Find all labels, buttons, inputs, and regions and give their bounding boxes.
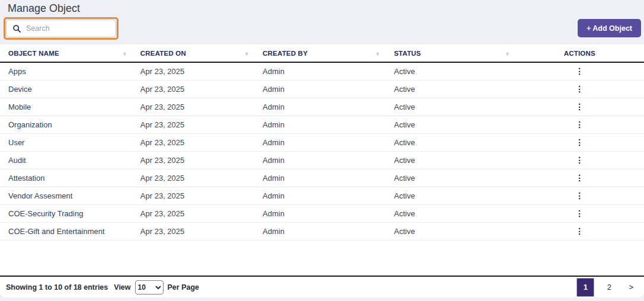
cell-object-name: User — [0, 133, 132, 151]
cell-status: Active — [385, 204, 515, 222]
cell-created-by: Admin — [254, 80, 385, 98]
cell-object-name: COE-Security Trading — [0, 204, 132, 222]
cell-created-on: Apr 23, 2025 — [132, 98, 255, 116]
cell-actions: ⋮ — [515, 98, 644, 116]
cell-status: Active — [385, 187, 515, 204]
cell-object-name: COE-Gift and Entertainment — [0, 222, 132, 240]
table-header-row: OBJECT NAME ◆ CREATED ON ◆ CREATED BY ◆ … — [0, 44, 644, 62]
cell-status: Active — [385, 133, 515, 151]
row-actions-kebab-icon[interactable]: ⋮ — [575, 191, 584, 200]
sort-icon: ◆ — [376, 50, 380, 56]
per-page-select[interactable]: 10 — [135, 280, 164, 294]
cell-created-on: Apr 23, 2025 — [132, 133, 255, 151]
add-object-button[interactable]: + Add Object — [578, 19, 641, 37]
column-header-label: STATUS — [394, 50, 421, 57]
cell-created-by: Admin — [254, 169, 385, 187]
row-actions-kebab-icon[interactable]: ⋮ — [575, 120, 584, 129]
sort-icon: ◆ — [245, 50, 249, 56]
cell-created-on: Apr 23, 2025 — [132, 187, 255, 204]
column-header-object-name[interactable]: OBJECT NAME ◆ — [0, 44, 132, 62]
cell-created-on: Apr 23, 2025 — [132, 80, 255, 98]
column-header-created-on[interactable]: CREATED ON ◆ — [132, 44, 255, 62]
table-row: UserApr 23, 2025AdminActive⋮ — [0, 133, 644, 151]
pagination: 1 2 > — [576, 278, 637, 297]
page-button-1[interactable]: 1 — [576, 278, 594, 297]
cell-created-on: Apr 23, 2025 — [132, 169, 255, 187]
cell-status: Active — [385, 222, 515, 240]
cell-actions: ⋮ — [515, 80, 644, 98]
search-box — [6, 20, 116, 37]
cell-actions: ⋮ — [515, 151, 644, 169]
cell-object-name: Apps — [0, 62, 132, 80]
top-bar: Manage Object + Add Object — [0, 0, 644, 44]
row-actions-kebab-icon[interactable]: ⋮ — [575, 103, 584, 111]
cell-created-by: Admin — [254, 222, 385, 240]
column-header-label: OBJECT NAME — [8, 50, 59, 57]
cell-created-by: Admin — [254, 151, 385, 169]
column-header-label: CREATED ON — [140, 50, 186, 57]
column-header-label: CREATED BY — [262, 50, 307, 57]
row-actions-kebab-icon[interactable]: ⋮ — [575, 138, 584, 146]
objects-table: OBJECT NAME ◆ CREATED ON ◆ CREATED BY ◆ … — [0, 44, 644, 241]
row-actions-kebab-icon[interactable]: ⋮ — [575, 227, 584, 235]
cell-status: Active — [385, 98, 515, 116]
cell-actions: ⋮ — [515, 204, 644, 222]
cell-status: Active — [385, 151, 515, 169]
table-row: OrganizationApr 23, 2025AdminActive⋮ — [0, 116, 644, 133]
cell-status: Active — [385, 80, 515, 98]
cell-created-on: Apr 23, 2025 — [132, 204, 255, 222]
cell-created-by: Admin — [254, 116, 385, 133]
search-input[interactable] — [26, 24, 111, 33]
next-page-button[interactable]: > — [625, 283, 637, 292]
cell-status: Active — [385, 116, 515, 133]
cell-object-name: Attestation — [0, 169, 132, 187]
table-row: COE-Security TradingApr 23, 2025AdminAct… — [0, 204, 644, 222]
view-label: View — [114, 283, 130, 292]
cell-actions: ⋮ — [515, 222, 644, 240]
column-header-actions: ACTIONS — [515, 44, 644, 62]
table-row: AuditApr 23, 2025AdminActive⋮ — [0, 151, 644, 169]
row-actions-kebab-icon[interactable]: ⋮ — [575, 156, 584, 164]
cell-created-on: Apr 23, 2025 — [132, 62, 255, 80]
cell-actions: ⋮ — [515, 133, 644, 151]
cell-created-on: Apr 23, 2025 — [132, 151, 255, 169]
cell-actions: ⋮ — [515, 62, 644, 80]
column-header-label: ACTIONS — [564, 50, 595, 57]
cell-created-on: Apr 23, 2025 — [132, 116, 255, 133]
sort-icon: ◆ — [506, 50, 510, 56]
cell-created-by: Admin — [254, 204, 385, 222]
column-header-status[interactable]: STATUS ◆ — [385, 44, 515, 62]
cell-object-name: Audit — [0, 151, 132, 169]
table-footer: Showing 1 to 10 of 18 entries View 10 Pe… — [0, 276, 644, 297]
table-row: DeviceApr 23, 2025AdminActive⋮ — [0, 80, 644, 98]
table-row: MobileApr 23, 2025AdminActive⋮ — [0, 98, 644, 116]
cell-status: Active — [385, 169, 515, 187]
table-row: AttestationApr 23, 2025AdminActive⋮ — [0, 169, 644, 187]
cell-status: Active — [385, 62, 515, 80]
table-empty-space — [0, 241, 644, 276]
manage-object-table-card: OBJECT NAME ◆ CREATED ON ◆ CREATED BY ◆ … — [0, 44, 644, 297]
page-button-2[interactable]: 2 — [600, 278, 618, 297]
sort-icon: ◆ — [123, 50, 126, 56]
table-row: Vendor AssesmentApr 23, 2025AdminActive⋮ — [0, 187, 644, 204]
cell-object-name: Organization — [0, 116, 132, 133]
table-row: COE-Gift and EntertainmentApr 23, 2025Ad… — [0, 222, 644, 240]
table-body: AppsApr 23, 2025AdminActive⋮DeviceApr 23… — [0, 62, 644, 240]
column-header-created-by[interactable]: CREATED BY ◆ — [254, 44, 385, 62]
search-highlight-box — [4, 17, 118, 40]
cell-created-by: Admin — [254, 98, 385, 116]
cell-created-by: Admin — [254, 187, 385, 204]
cell-created-by: Admin — [254, 62, 385, 80]
row-actions-kebab-icon[interactable]: ⋮ — [575, 85, 584, 93]
row-actions-kebab-icon[interactable]: ⋮ — [575, 174, 584, 182]
search-icon — [12, 24, 21, 33]
per-page-label: Per Page — [168, 283, 200, 292]
cell-created-by: Admin — [254, 133, 385, 151]
cell-object-name: Device — [0, 80, 132, 98]
cell-object-name: Mobile — [0, 98, 132, 116]
row-actions-kebab-icon[interactable]: ⋮ — [575, 67, 584, 75]
cell-actions: ⋮ — [515, 169, 644, 187]
row-actions-kebab-icon[interactable]: ⋮ — [575, 209, 584, 217]
page-title: Manage Object — [8, 2, 80, 15]
table-row: AppsApr 23, 2025AdminActive⋮ — [0, 62, 644, 80]
